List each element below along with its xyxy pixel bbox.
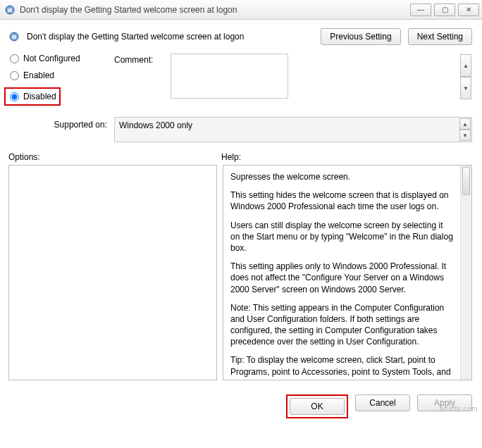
close-button[interactable]: ✕ (458, 4, 479, 16)
help-paragraph: Supresses the welcome screen. (230, 171, 453, 182)
scroll-thumb[interactable] (462, 167, 470, 195)
title-bar: Don't display the Getting Started welcom… (0, 0, 482, 20)
watermark: wsxdn.com (439, 405, 478, 413)
help-paragraph: Tip: To display the welcome screen, clic… (230, 354, 453, 380)
comment-label: Comment: (114, 54, 171, 65)
spin-up-icon[interactable]: ▲ (459, 118, 471, 130)
spin-down-icon[interactable]: ▼ (460, 77, 471, 99)
radio-not-configured[interactable]: Not Configured (10, 54, 114, 63)
window-title: Don't display the Getting Started welcom… (20, 5, 410, 15)
supported-on-value-box: Windows 2000 only ▲ ▼ (114, 117, 472, 142)
window-controls: — ▢ ✕ (410, 4, 479, 16)
radio-label: Disabled (23, 92, 56, 101)
radio-label: Enabled (23, 70, 54, 80)
supported-on-value: Windows 2000 only (119, 120, 192, 130)
policy-icon (8, 31, 20, 42)
policy-icon (4, 4, 16, 15)
help-scrollbar[interactable] (460, 166, 471, 380)
svg-rect-1 (8, 8, 12, 12)
spin-down-icon[interactable]: ▼ (459, 130, 471, 141)
comment-input[interactable] (171, 54, 288, 99)
help-paragraph: Note: This setting appears in the Comput… (230, 302, 453, 348)
next-setting-button[interactable]: Next Setting (408, 28, 472, 45)
options-label: Options: (8, 152, 221, 162)
radio-disabled[interactable]: Disabled (4, 87, 61, 106)
policy-title: Don't display the Getting Started welcom… (27, 32, 321, 42)
radio-input[interactable] (10, 92, 19, 101)
help-paragraph: Users can still display the welcome scre… (230, 220, 453, 254)
help-paragraph: This setting hides the welcome screen th… (230, 189, 453, 212)
supported-on-label: Supported on: (8, 117, 114, 130)
ok-highlight: OK (286, 394, 348, 418)
previous-setting-button[interactable]: Previous Setting (321, 28, 400, 45)
help-text: Supresses the welcome screen. This setti… (223, 166, 460, 380)
maximize-button[interactable]: ▢ (434, 4, 455, 16)
cancel-button[interactable]: Cancel (355, 394, 410, 411)
radio-enabled[interactable]: Enabled (10, 70, 114, 80)
radio-input[interactable] (10, 71, 19, 80)
radio-input[interactable] (10, 54, 19, 63)
ok-button[interactable]: OK (290, 398, 345, 415)
help-label: Help: (221, 152, 241, 162)
help-pane: Supresses the welcome screen. This setti… (223, 165, 472, 380)
help-paragraph: This setting applies only to Windows 200… (230, 261, 453, 295)
spin-up-icon[interactable]: ▲ (460, 54, 471, 77)
options-pane (8, 165, 217, 380)
svg-rect-3 (12, 35, 16, 39)
radio-label: Not Configured (23, 54, 80, 63)
minimize-button[interactable]: — (410, 4, 431, 16)
